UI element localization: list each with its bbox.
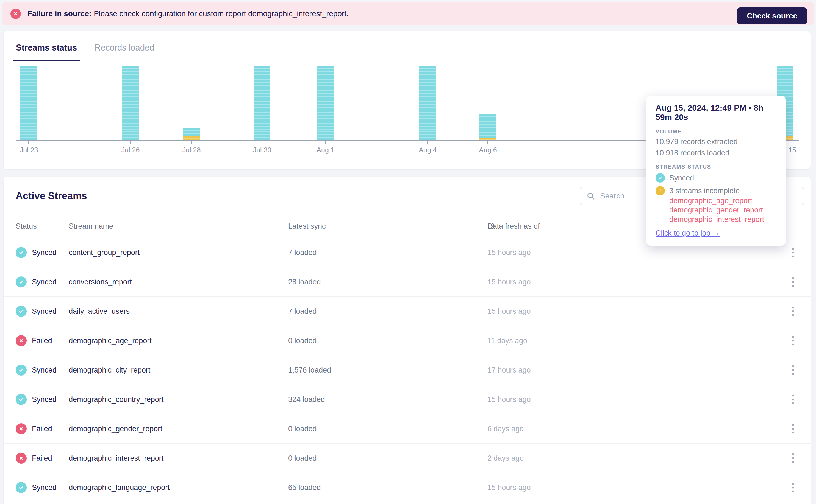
sync-bar-aug1[interactable] (317, 66, 334, 140)
search-icon (586, 192, 595, 200)
error-icon (10, 9, 21, 19)
x-axis-label: Jul 23 (10, 146, 48, 154)
table-row: Faileddemographic_age_report0 loaded11 d… (4, 326, 811, 355)
row-menu-button[interactable] (790, 275, 796, 289)
status-failed-icon (16, 335, 27, 346)
status-synced-icon (16, 394, 27, 405)
tooltip-records-loaded: 10,918 records loaded (656, 149, 776, 157)
x-axis-tick (28, 141, 29, 144)
status-label: Synced (32, 483, 57, 492)
row-menu-button[interactable] (790, 363, 796, 377)
data-fresh-value: 15 hours ago (487, 483, 531, 492)
x-axis-tick (325, 141, 326, 144)
data-fresh-value: 15 hours ago (487, 395, 531, 404)
stream-name: demographic_gender_report (69, 425, 162, 433)
active-streams-title: Active Streams (16, 190, 87, 202)
tooltip-records-extracted: 10,979 records extracted (656, 138, 776, 146)
latest-sync-value: 65 loaded (288, 483, 321, 492)
sync-bar-jul26[interactable] (122, 66, 139, 140)
sync-bar-aug4[interactable] (419, 66, 436, 140)
table-row: Syncedconversions_report28 loaded15 hour… (4, 267, 811, 297)
latest-sync-value: 0 loaded (288, 337, 317, 345)
row-menu-button[interactable] (790, 246, 796, 260)
sync-bar-jul28[interactable] (183, 128, 200, 140)
stream-name: demographic_country_report (69, 395, 163, 404)
sync-bar-jul30[interactable] (254, 66, 270, 140)
latest-sync-value: 324 loaded (288, 395, 325, 404)
tooltip-streams-status-label: STREAMS STATUS (656, 164, 776, 170)
table-row: Synceddemographic_language_report65 load… (4, 473, 811, 502)
synced-check-icon (656, 173, 665, 183)
check-source-button[interactable]: Check source (737, 7, 807, 24)
bar-synced-segment (20, 66, 37, 140)
sync-bar-jul23[interactable] (20, 66, 37, 140)
row-menu-button[interactable] (790, 451, 796, 465)
col-header-latest-sync: Latest sync (288, 222, 326, 231)
incomplete-stream-link[interactable]: demographic_interest_report (669, 215, 776, 224)
col-header-status: Status (16, 222, 37, 231)
col-header-data-fresh: Data fresh as of (487, 222, 495, 230)
status-label: Failed (32, 454, 52, 463)
bar-synced-segment (122, 66, 139, 140)
table-row: Faileddemographic_gender_report0 loaded6… (4, 414, 811, 444)
bar-synced-segment (317, 66, 334, 140)
tooltip-volume-label: VOLUME (656, 128, 776, 135)
x-axis-tick (130, 141, 131, 144)
status-label: Synced (32, 395, 57, 404)
x-axis-tick (191, 141, 192, 144)
data-fresh-value: 2 days ago (487, 454, 524, 463)
status-label: Failed (32, 337, 52, 345)
data-fresh-value: 15 hours ago (487, 248, 531, 257)
status-synced-icon (16, 365, 27, 376)
stream-name: conversions_report (69, 278, 132, 286)
row-menu-button[interactable] (790, 304, 796, 318)
x-axis-tick (487, 141, 488, 144)
status-failed-icon (16, 423, 27, 434)
data-fresh-value: 6 days ago (487, 425, 524, 433)
row-menu-button[interactable] (790, 334, 796, 348)
x-axis-label: Jul 28 (172, 146, 211, 154)
tooltip-incomplete-row: 3 streams incomplete (656, 186, 776, 195)
incomplete-stream-links: demographic_age_reportdemographic_gender… (669, 196, 776, 224)
warning-icon (656, 186, 665, 195)
row-menu-button[interactable] (790, 393, 796, 407)
latest-sync-value: 7 loaded (288, 307, 317, 316)
bar-synced-segment (254, 66, 270, 140)
incomplete-stream-link[interactable]: demographic_age_report (669, 196, 776, 205)
data-fresh-value: 17 hours ago (487, 366, 531, 374)
table-row: Synceddemographic_city_report1,576 loade… (4, 355, 811, 385)
data-fresh-value: 15 hours ago (487, 278, 531, 286)
table-row: Synceddemographic_country_report324 load… (4, 385, 811, 414)
sync-bar-aug6[interactable] (479, 114, 496, 140)
x-axis-tick (262, 141, 263, 144)
x-axis-label: Aug 6 (469, 146, 507, 154)
page: Failure in source: Please check configur… (0, 0, 816, 504)
bar-synced-segment (183, 128, 200, 136)
x-axis-tick (427, 141, 428, 144)
banner-message: Failure in source: Please check configur… (27, 9, 349, 18)
table-row: Synceddaily_active_users7 loaded15 hours… (4, 297, 811, 326)
table-row: Faileddemographic_interest_report0 loade… (4, 444, 811, 473)
stream-name: demographic_interest_report (69, 454, 163, 463)
stream-name: daily_active_users (69, 307, 130, 316)
row-menu-button[interactable] (790, 422, 796, 436)
x-axis-label: Jul 26 (111, 146, 150, 154)
tooltip-synced-row: Synced (656, 173, 776, 183)
status-label: Synced (32, 366, 57, 374)
status-label: Synced (32, 307, 57, 316)
latest-sync-value: 28 loaded (288, 278, 321, 286)
latest-sync-value: 7 loaded (288, 248, 317, 257)
status-synced-icon (16, 306, 27, 317)
latest-sync-value: 1,576 loaded (288, 366, 331, 374)
data-fresh-value: 15 hours ago (487, 307, 531, 316)
col-header-stream-name: Stream name (69, 222, 113, 231)
stream-name: demographic_language_report (69, 483, 170, 492)
x-axis-label: Aug 4 (409, 146, 447, 154)
tooltip-title: Aug 15, 2024, 12:49 PM • 8h 59m 20s (656, 103, 776, 122)
go-to-job-link[interactable]: Click to go to job → (656, 229, 776, 237)
stream-name: content_group_report (69, 248, 139, 257)
x-axis-label: Jul 30 (243, 146, 281, 154)
data-fresh-value: 11 days ago (487, 337, 527, 345)
incomplete-stream-link[interactable]: demographic_gender_report (669, 205, 776, 215)
row-menu-button[interactable] (790, 481, 796, 495)
